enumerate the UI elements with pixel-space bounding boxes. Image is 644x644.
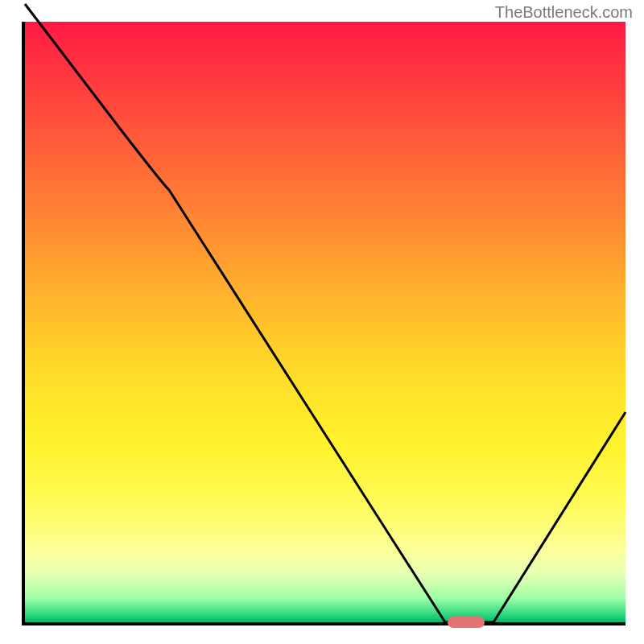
bottleneck-curve bbox=[25, 4, 625, 622]
valley-marker bbox=[448, 617, 485, 628]
chart-plot-area bbox=[22, 22, 625, 625]
watermark-text: TheBottleneck.com bbox=[495, 3, 633, 22]
chart-curve-svg bbox=[25, 22, 625, 622]
